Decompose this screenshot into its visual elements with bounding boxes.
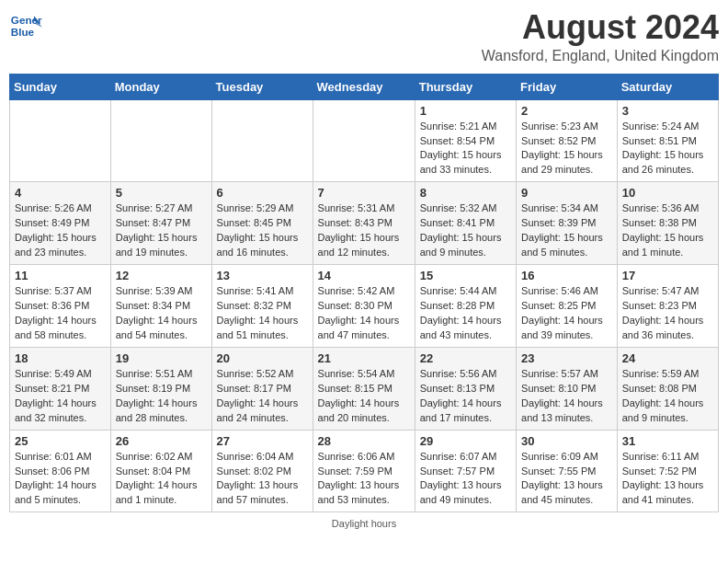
column-header-monday: Monday bbox=[110, 74, 211, 99]
footer: Daylight hours bbox=[9, 518, 719, 529]
day-info: Sunrise: 5:46 AMSunset: 8:25 PMDaylight:… bbox=[521, 284, 612, 343]
calendar-cell: 28Sunrise: 6:06 AMSunset: 7:59 PMDayligh… bbox=[313, 430, 415, 512]
day-info: Sunrise: 5:59 AMSunset: 8:08 PMDaylight:… bbox=[622, 367, 713, 426]
day-number: 12 bbox=[116, 269, 207, 282]
day-number: 10 bbox=[622, 186, 713, 200]
calendar-cell: 19Sunrise: 5:51 AMSunset: 8:19 PMDayligh… bbox=[110, 347, 211, 430]
day-number: 5 bbox=[116, 186, 207, 200]
location-subtitle: Wansford, England, United Kingdom bbox=[482, 48, 719, 64]
day-info: Sunrise: 5:42 AMSunset: 8:30 PMDaylight:… bbox=[318, 284, 410, 343]
calendar-cell: 9Sunrise: 5:34 AMSunset: 8:39 PMDaylight… bbox=[517, 182, 618, 265]
day-number: 13 bbox=[217, 269, 308, 282]
day-info: Sunrise: 5:23 AMSunset: 8:52 PMDaylight:… bbox=[521, 120, 612, 178]
calendar-cell: 16Sunrise: 5:46 AMSunset: 8:25 PMDayligh… bbox=[517, 265, 618, 348]
calendar-cell: 20Sunrise: 5:52 AMSunset: 8:17 PMDayligh… bbox=[211, 347, 313, 430]
day-info: Sunrise: 5:41 AMSunset: 8:32 PMDaylight:… bbox=[217, 284, 308, 343]
calendar-cell: 1Sunrise: 5:21 AMSunset: 8:54 PMDaylight… bbox=[415, 99, 516, 182]
calendar-cell bbox=[10, 99, 111, 182]
calendar-cell: 5Sunrise: 5:27 AMSunset: 8:47 PMDaylight… bbox=[110, 182, 211, 265]
calendar-cell: 21Sunrise: 5:54 AMSunset: 8:15 PMDayligh… bbox=[313, 347, 415, 430]
calendar-week-row: 25Sunrise: 6:01 AMSunset: 8:06 PMDayligh… bbox=[10, 430, 719, 512]
day-info: Sunrise: 6:09 AMSunset: 7:55 PMDaylight:… bbox=[521, 450, 612, 509]
day-number: 2 bbox=[521, 104, 612, 118]
calendar-cell: 11Sunrise: 5:37 AMSunset: 8:36 PMDayligh… bbox=[10, 265, 111, 348]
day-number: 17 bbox=[622, 269, 713, 282]
day-number: 9 bbox=[521, 186, 612, 200]
day-number: 27 bbox=[217, 434, 308, 448]
day-info: Sunrise: 5:49 AMSunset: 8:21 PMDaylight:… bbox=[15, 367, 106, 426]
day-info: Sunrise: 5:27 AMSunset: 8:47 PMDaylight:… bbox=[116, 201, 207, 260]
calendar-week-row: 11Sunrise: 5:37 AMSunset: 8:36 PMDayligh… bbox=[10, 265, 719, 348]
calendar-cell: 8Sunrise: 5:32 AMSunset: 8:41 PMDaylight… bbox=[415, 182, 516, 265]
day-info: Sunrise: 5:21 AMSunset: 8:54 PMDaylight:… bbox=[420, 120, 511, 178]
day-number: 7 bbox=[318, 186, 410, 200]
calendar-cell bbox=[211, 99, 313, 182]
column-header-friday: Friday bbox=[517, 74, 618, 99]
day-info: Sunrise: 5:34 AMSunset: 8:39 PMDaylight:… bbox=[521, 201, 612, 260]
day-number: 15 bbox=[420, 269, 511, 282]
day-number: 16 bbox=[521, 269, 612, 282]
calendar-cell: 27Sunrise: 6:04 AMSunset: 8:02 PMDayligh… bbox=[211, 430, 313, 512]
day-number: 3 bbox=[622, 104, 713, 118]
calendar-cell: 25Sunrise: 6:01 AMSunset: 8:06 PMDayligh… bbox=[10, 430, 111, 512]
day-number: 22 bbox=[420, 351, 511, 365]
calendar-cell bbox=[313, 99, 415, 182]
logo-icon: General Blue bbox=[9, 9, 42, 42]
day-info: Sunrise: 6:01 AMSunset: 8:06 PMDaylight:… bbox=[15, 450, 106, 509]
day-info: Sunrise: 5:37 AMSunset: 8:36 PMDaylight:… bbox=[15, 284, 106, 343]
day-info: Sunrise: 5:47 AMSunset: 8:23 PMDaylight:… bbox=[622, 284, 713, 343]
calendar-cell: 30Sunrise: 6:09 AMSunset: 7:55 PMDayligh… bbox=[517, 430, 618, 512]
day-info: Sunrise: 5:56 AMSunset: 8:13 PMDaylight:… bbox=[420, 367, 511, 426]
day-info: Sunrise: 5:39 AMSunset: 8:34 PMDaylight:… bbox=[116, 284, 207, 343]
calendar-cell: 18Sunrise: 5:49 AMSunset: 8:21 PMDayligh… bbox=[10, 347, 111, 430]
calendar-cell: 15Sunrise: 5:44 AMSunset: 8:28 PMDayligh… bbox=[415, 265, 516, 348]
day-number: 14 bbox=[318, 269, 410, 282]
calendar-cell: 31Sunrise: 6:11 AMSunset: 7:52 PMDayligh… bbox=[617, 430, 718, 512]
day-info: Sunrise: 6:11 AMSunset: 7:52 PMDaylight:… bbox=[622, 450, 713, 509]
calendar-table: SundayMondayTuesdayWednesdayThursdayFrid… bbox=[9, 74, 719, 513]
day-number: 24 bbox=[622, 351, 713, 365]
day-number: 25 bbox=[15, 434, 106, 448]
day-info: Sunrise: 5:31 AMSunset: 8:43 PMDaylight:… bbox=[318, 201, 410, 260]
day-info: Sunrise: 5:29 AMSunset: 8:45 PMDaylight:… bbox=[217, 201, 308, 260]
day-number: 19 bbox=[116, 351, 207, 365]
calendar-cell: 13Sunrise: 5:41 AMSunset: 8:32 PMDayligh… bbox=[211, 265, 313, 348]
day-number: 31 bbox=[622, 434, 713, 448]
calendar-cell: 24Sunrise: 5:59 AMSunset: 8:08 PMDayligh… bbox=[617, 347, 718, 430]
column-header-wednesday: Wednesday bbox=[313, 74, 415, 99]
day-number: 6 bbox=[217, 186, 308, 200]
title-block: August 2024 Wansford, England, United Ki… bbox=[482, 9, 719, 64]
month-year-title: August 2024 bbox=[482, 9, 719, 46]
calendar-cell: 10Sunrise: 5:36 AMSunset: 8:38 PMDayligh… bbox=[617, 182, 718, 265]
day-number: 26 bbox=[116, 434, 207, 448]
calendar-cell: 26Sunrise: 6:02 AMSunset: 8:04 PMDayligh… bbox=[110, 430, 211, 512]
calendar-cell: 23Sunrise: 5:57 AMSunset: 8:10 PMDayligh… bbox=[517, 347, 618, 430]
calendar-cell: 7Sunrise: 5:31 AMSunset: 8:43 PMDaylight… bbox=[313, 182, 415, 265]
day-info: Sunrise: 5:26 AMSunset: 8:49 PMDaylight:… bbox=[15, 201, 106, 260]
day-info: Sunrise: 6:02 AMSunset: 8:04 PMDaylight:… bbox=[116, 450, 207, 509]
day-info: Sunrise: 5:54 AMSunset: 8:15 PMDaylight:… bbox=[318, 367, 410, 426]
day-number: 1 bbox=[420, 104, 511, 118]
calendar-week-row: 1Sunrise: 5:21 AMSunset: 8:54 PMDaylight… bbox=[10, 99, 719, 182]
calendar-week-row: 4Sunrise: 5:26 AMSunset: 8:49 PMDaylight… bbox=[10, 182, 719, 265]
calendar-cell: 2Sunrise: 5:23 AMSunset: 8:52 PMDaylight… bbox=[517, 99, 618, 182]
calendar-cell: 22Sunrise: 5:56 AMSunset: 8:13 PMDayligh… bbox=[415, 347, 516, 430]
column-header-saturday: Saturday bbox=[617, 74, 718, 99]
day-info: Sunrise: 5:36 AMSunset: 8:38 PMDaylight:… bbox=[622, 201, 713, 260]
day-number: 23 bbox=[521, 351, 612, 365]
calendar-cell: 12Sunrise: 5:39 AMSunset: 8:34 PMDayligh… bbox=[110, 265, 211, 348]
day-info: Sunrise: 5:51 AMSunset: 8:19 PMDaylight:… bbox=[116, 367, 207, 426]
day-number: 28 bbox=[318, 434, 410, 448]
daylight-label: Daylight hours bbox=[332, 518, 396, 529]
day-number: 11 bbox=[15, 269, 106, 282]
day-number: 18 bbox=[15, 351, 106, 365]
day-info: Sunrise: 6:06 AMSunset: 7:59 PMDaylight:… bbox=[318, 450, 410, 509]
calendar-cell: 3Sunrise: 5:24 AMSunset: 8:51 PMDaylight… bbox=[617, 99, 718, 182]
calendar-cell: 17Sunrise: 5:47 AMSunset: 8:23 PMDayligh… bbox=[617, 265, 718, 348]
calendar-cell: 14Sunrise: 5:42 AMSunset: 8:30 PMDayligh… bbox=[313, 265, 415, 348]
day-info: Sunrise: 6:04 AMSunset: 8:02 PMDaylight:… bbox=[217, 450, 308, 509]
calendar-header-row: SundayMondayTuesdayWednesdayThursdayFrid… bbox=[10, 74, 719, 99]
day-number: 21 bbox=[318, 351, 410, 365]
day-info: Sunrise: 5:44 AMSunset: 8:28 PMDaylight:… bbox=[420, 284, 511, 343]
calendar-cell: 6Sunrise: 5:29 AMSunset: 8:45 PMDaylight… bbox=[211, 182, 313, 265]
